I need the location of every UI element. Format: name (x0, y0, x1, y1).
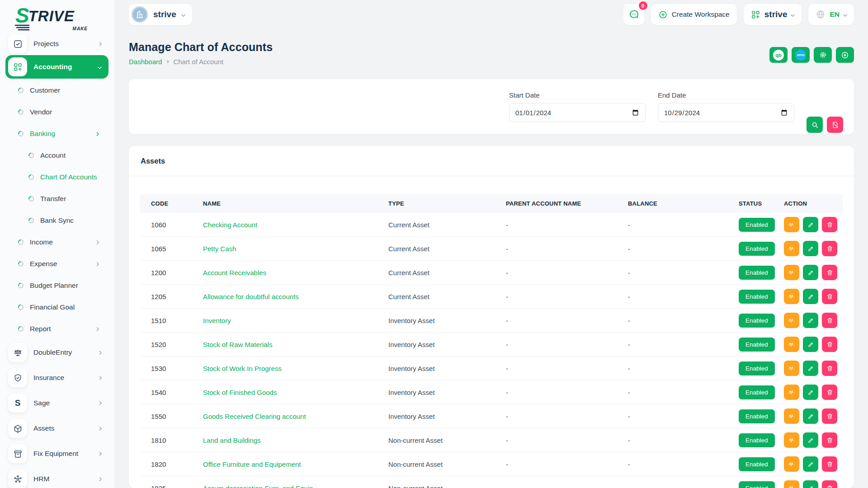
brand-switcher[interactable]: strive (744, 4, 802, 25)
status-badge[interactable]: Enabled (739, 457, 775, 471)
sidebar-item-doubleentry[interactable]: DoubleEntry (5, 340, 108, 365)
transactions-button[interactable] (784, 480, 799, 488)
transactions-button[interactable] (784, 432, 799, 448)
delete-button[interactable] (822, 408, 837, 424)
start-date-input[interactable] (509, 103, 646, 122)
transactions-button[interactable] (784, 313, 799, 328)
create-workspace-button[interactable]: Create Workspace (651, 4, 737, 25)
edit-button[interactable] (803, 408, 818, 424)
delete-button[interactable] (822, 289, 837, 304)
delete-button[interactable] (822, 337, 837, 352)
account-link[interactable]: Stock of Finished Goods (203, 389, 277, 396)
delete-button[interactable] (822, 480, 837, 488)
sidebar-item-bank-sync[interactable]: Bank Sync (5, 210, 108, 231)
sidebar-item-expense[interactable]: Expense (5, 253, 108, 275)
brand-logo[interactable]: S TRIVE MAKE (5, 6, 108, 33)
edit-button[interactable] (803, 432, 818, 448)
delete-button[interactable] (822, 217, 837, 232)
sidebar-item-vendor[interactable]: Vendor (5, 101, 108, 123)
sidebar-item-financial-goal[interactable]: Financial Goal (5, 296, 108, 318)
transactions-button[interactable] (784, 289, 799, 304)
sidebar-item-chart-of-accounts[interactable]: Chart Of Accounts (5, 166, 108, 188)
xero-button[interactable]: xero (792, 47, 810, 63)
chevron-right-icon (166, 60, 169, 63)
edit-button[interactable] (803, 313, 818, 328)
account-link[interactable]: Checking Account (203, 221, 257, 229)
sidebar-item-hrm[interactable]: HRM (5, 466, 108, 488)
edit-button[interactable] (803, 361, 818, 376)
transactions-button[interactable] (784, 361, 799, 376)
status-badge[interactable]: Enabled (739, 361, 775, 375)
sidebar-item-projects[interactable]: Projects (5, 33, 108, 54)
status-badge[interactable]: Enabled (739, 314, 775, 328)
edit-button[interactable] (803, 265, 818, 280)
delete-button[interactable] (822, 241, 837, 256)
account-link[interactable]: Account Receivables (203, 269, 266, 277)
edit-button[interactable] (803, 337, 818, 352)
breadcrumb-dashboard-link[interactable]: Dashboard (129, 58, 162, 66)
edit-button[interactable] (803, 241, 818, 256)
transactions-button[interactable] (784, 337, 799, 352)
sidebar-item-budget-planner[interactable]: Budget Planner (5, 275, 108, 296)
messages-button[interactable]: 0 (623, 4, 644, 25)
delete-button[interactable] (822, 265, 837, 280)
delete-button[interactable] (822, 456, 837, 472)
sidebar-item-fix-equipment[interactable]: Fix Equipment (5, 441, 108, 466)
sidebar-item-insurance[interactable]: Insurance (5, 365, 108, 390)
account-link[interactable]: Allowance for doubtful accounts (203, 293, 299, 300)
edit-button[interactable] (803, 289, 818, 304)
workspace-name: strive (153, 9, 176, 19)
sidebar-item-transfer[interactable]: Transfer (5, 188, 108, 210)
delete-button[interactable] (822, 432, 837, 448)
status-badge[interactable]: Enabled (739, 242, 775, 256)
sidebar-item-customer[interactable]: Customer (5, 80, 108, 101)
transactions-button[interactable] (784, 265, 799, 280)
search-button[interactable] (807, 117, 823, 133)
pencil-icon (807, 221, 814, 228)
sidebar-item-account[interactable]: Account (5, 145, 108, 166)
transactions-button[interactable] (784, 456, 799, 472)
transactions-button[interactable] (784, 217, 799, 232)
transactions-button[interactable] (784, 408, 799, 424)
edit-button[interactable] (803, 217, 818, 232)
account-link[interactable]: Petty Cash (203, 245, 236, 253)
edit-button[interactable] (803, 385, 818, 400)
workspace-selector[interactable]: strive (129, 4, 192, 25)
sidebar-item-sage[interactable]: S Sage (5, 390, 108, 416)
account-link[interactable]: Accum.depreciation-Furn. and Equip (203, 484, 313, 488)
sidebar-item-report[interactable]: Report (5, 318, 108, 340)
delete-button[interactable] (822, 313, 837, 328)
end-date-input[interactable] (658, 103, 794, 122)
pencil-icon (807, 437, 814, 444)
account-link[interactable]: Stock of Work In Progress (203, 365, 282, 372)
status-badge[interactable]: Enabled (739, 433, 775, 447)
sidebar-item-income[interactable]: Income (5, 231, 108, 253)
status-badge[interactable]: Enabled (739, 481, 775, 488)
sidebar-item-accounting[interactable]: Accounting (5, 55, 108, 79)
quickbooks-button[interactable]: qb (769, 47, 788, 63)
account-link[interactable]: Land and Buildings (203, 436, 261, 444)
chevron-right-icon (98, 426, 102, 431)
delete-button[interactable] (822, 361, 837, 376)
edit-button[interactable] (803, 456, 818, 472)
sidebar-item-banking[interactable]: Banking (5, 123, 108, 145)
status-badge[interactable]: Enabled (739, 409, 775, 423)
language-selector[interactable]: EN (808, 4, 854, 25)
edit-button[interactable] (803, 480, 818, 488)
settings-button[interactable] (814, 47, 832, 63)
reset-filter-button[interactable] (827, 117, 843, 133)
account-link[interactable]: Goods Received Clearing account (203, 413, 306, 420)
account-link[interactable]: Office Furniture and Equipement (203, 460, 301, 468)
transactions-button[interactable] (784, 241, 799, 256)
account-link[interactable]: Stock of Raw Materials (203, 341, 272, 348)
status-badge[interactable]: Enabled (739, 385, 775, 399)
status-badge[interactable]: Enabled (739, 218, 775, 232)
status-badge[interactable]: Enabled (739, 266, 775, 280)
status-badge[interactable]: Enabled (739, 290, 775, 304)
add-account-button[interactable] (836, 47, 854, 63)
delete-button[interactable] (822, 385, 837, 400)
sidebar-item-assets[interactable]: Assets (5, 416, 108, 441)
status-badge[interactable]: Enabled (739, 338, 775, 352)
transactions-button[interactable] (784, 385, 799, 400)
account-link[interactable]: Inventory (203, 317, 231, 324)
